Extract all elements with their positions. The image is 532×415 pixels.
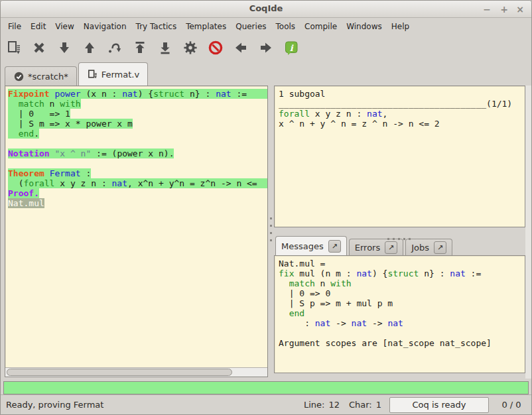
step-up-icon (82, 40, 98, 56)
code-line: Argument scopes are [nat_scope nat_scope… (279, 338, 521, 348)
tab-messages-label: Messages (281, 241, 324, 251)
arrow-right-icon (258, 40, 274, 56)
detach-jobs-button[interactable]: ↗ (434, 241, 446, 254)
title-bar[interactable]: CoqIde − + × (1, 1, 531, 18)
splitter-grip-icon (387, 230, 414, 243)
goals-panel[interactable]: 1 subgoal_______________________________… (274, 86, 525, 227)
editor-horizontal-scrollbar[interactable] (5, 367, 267, 377)
char-value: 1 (376, 400, 381, 410)
interrupt-icon (208, 40, 224, 56)
code-line: | S m => x * power x m (8, 119, 267, 129)
code-line (279, 328, 521, 338)
go-to-start-icon (132, 40, 148, 56)
code-line: Nat.mul (8, 198, 267, 208)
menu-item-help[interactable]: Help (387, 20, 414, 33)
restart-button[interactable] (131, 38, 149, 57)
line-value: 12 (328, 400, 340, 410)
menu-item-file[interactable]: File (3, 20, 26, 33)
code-line: ________________________________________… (279, 99, 521, 109)
tab-fermat[interactable]: Fermat.v (78, 62, 148, 86)
code-line: Notation "x ^ n" := (power x n). (8, 148, 267, 158)
menu-item-tools[interactable]: Tools (271, 20, 300, 33)
tab-scratch[interactable]: *scratch* (5, 66, 77, 86)
script-editor-panel[interactable]: Fixpoint power (x n : nat) {struct n} : … (5, 86, 268, 377)
editor-scrollbar-thumb[interactable] (7, 369, 232, 376)
step-forward-button[interactable] (55, 38, 74, 57)
main-area: Fixpoint power (x n : nat) {struct n} : … (5, 86, 531, 379)
code-line: Fixpoint power (x n : nat) {struct n} : … (8, 89, 267, 99)
tab-jobs-label: Jobs (411, 243, 429, 253)
char-label: Char: (349, 400, 372, 410)
step-down-icon (56, 40, 72, 56)
about-button[interactable]: i (282, 38, 300, 57)
script-editor-code[interactable]: Fixpoint power (x n : nat) {struct n} : … (5, 86, 267, 367)
close-buffer-button[interactable] (30, 38, 48, 57)
next-button[interactable] (257, 38, 275, 57)
previous-button[interactable] (232, 38, 250, 57)
interrupt-button[interactable] (206, 38, 225, 57)
fully-check-button[interactable] (181, 38, 200, 57)
code-line: match n with (8, 99, 267, 109)
arrow-left-icon (233, 40, 249, 56)
toolbar: i (1, 34, 531, 62)
menu-item-compile[interactable]: Compile (300, 20, 342, 33)
menu-item-templates[interactable]: Templates (181, 20, 231, 33)
vertical-splitter[interactable] (268, 86, 274, 379)
detach-errors-button[interactable]: ↗ (385, 241, 397, 254)
window-title: CoqIde (1, 3, 531, 13)
go-to-end-icon (157, 40, 173, 56)
menu-item-try-tactics[interactable]: Try Tactics (131, 20, 182, 33)
code-line (8, 139, 267, 148)
menu-item-edit[interactable]: Edit (26, 20, 50, 33)
menu-item-queries[interactable]: Queries (231, 20, 271, 33)
step-backward-button[interactable] (80, 38, 99, 57)
horizontal-splitter[interactable] (274, 227, 525, 235)
code-line: match n with (279, 278, 521, 288)
save-icon (6, 40, 22, 56)
code-line: Theorem Fermat : (8, 168, 267, 178)
code-line: x ^ n + y ^ n = z ^ n -> n <= 2 (279, 119, 521, 129)
minimize-button[interactable]: − (480, 3, 494, 16)
line-label: Line: (304, 400, 324, 410)
check-circle-icon (13, 71, 25, 82)
close-button[interactable]: × (513, 3, 527, 16)
code-line: | 0 => 0 (279, 288, 521, 298)
save-page-icon (87, 69, 98, 80)
detach-messages-button[interactable]: ↗ (328, 240, 341, 253)
status-right: Line: 12 Char: 1 Coq is ready 0 / 0 (304, 397, 526, 413)
code-line: Nat.mul = (279, 259, 521, 268)
status-bar: Ready, proving Fermat Line: 12 Char: 1 C… (1, 394, 531, 414)
right-scroll-gutter[interactable] (525, 86, 531, 379)
splitter-grip-icon (270, 217, 272, 247)
code-line (8, 158, 267, 168)
menu-bar: FileEditViewNavigationTry TacticsTemplat… (1, 19, 531, 34)
code-line: end (279, 308, 521, 318)
go-to-cursor-icon (107, 40, 123, 56)
info-bubble-icon: i (283, 40, 299, 56)
document-tab-bar: *scratch* Fermat.v (1, 62, 531, 86)
tab-fermat-label: Fermat.v (101, 70, 139, 80)
code-line: | 0 => 1 (8, 109, 267, 119)
coq-status-indicator: Coq is ready (389, 397, 489, 413)
go-to-cursor-button[interactable] (105, 38, 124, 57)
menu-item-view[interactable]: View (50, 20, 78, 33)
code-line: : nat -> nat -> nat (279, 318, 521, 328)
code-line: forall x y z n : nat, (279, 109, 521, 119)
run-to-end-button[interactable] (156, 38, 174, 57)
worker-counter: 0 / 0 (497, 400, 526, 410)
maximize-button[interactable]: + (497, 3, 511, 16)
code-line: | S p => m + mul p m (279, 298, 521, 308)
code-line: 1 subgoal (279, 89, 521, 99)
code-line: fix mul (n m : nat) {struct n} : nat := (279, 268, 521, 278)
close-icon (31, 40, 47, 56)
right-column: 1 subgoal_______________________________… (274, 86, 525, 379)
tab-messages[interactable]: Messages ↗ (275, 236, 347, 255)
messages-panel[interactable]: Nat.mul =fix mul (n m : nat) {struct n} … (274, 255, 525, 373)
tab-errors-label: Errors (355, 243, 380, 253)
save-button[interactable] (5, 38, 23, 57)
status-message: Ready, proving Fermat (6, 400, 304, 410)
menu-item-windows[interactable]: Windows (342, 20, 387, 33)
menu-item-navigation[interactable]: Navigation (79, 20, 131, 33)
code-line: (forall x y z n : nat, x^n + y^n = z^n -… (8, 178, 267, 188)
fully-check-gear-icon (182, 40, 198, 56)
